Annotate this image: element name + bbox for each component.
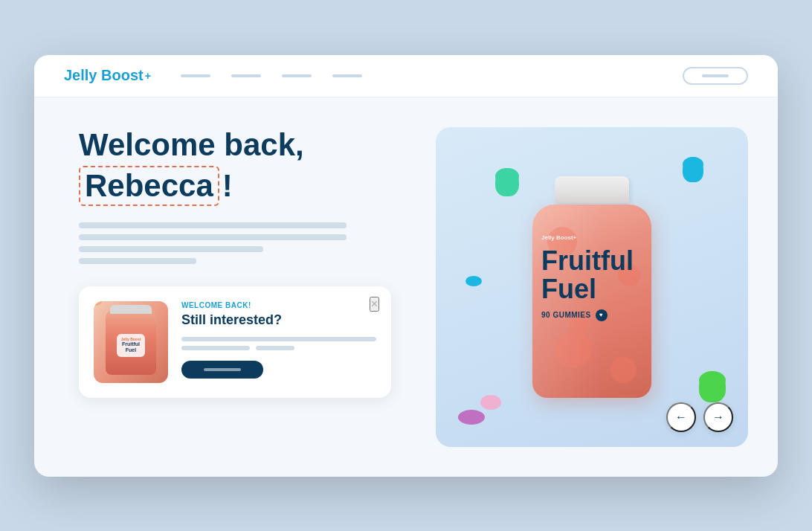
gummy-dot-1 bbox=[465, 276, 482, 286]
gummy-blob-2 bbox=[480, 395, 501, 410]
welcome-name: Rebecca bbox=[79, 166, 219, 206]
logo-text: Jelly Boost bbox=[64, 67, 144, 84]
navbar: Jelly Boost+ bbox=[34, 55, 778, 97]
popup-product-image: Jelly Boost FruitfulFuel bbox=[94, 301, 168, 383]
text-line-2 bbox=[79, 234, 347, 240]
bottle-product-name: FruitfulFuel bbox=[541, 247, 642, 303]
left-section: Welcome back, Rebecca ! × bbox=[79, 127, 413, 399]
nav-link-2[interactable] bbox=[231, 74, 261, 77]
gummy-bear-2 bbox=[683, 157, 703, 182]
popup-cta-button[interactable] bbox=[181, 361, 263, 379]
can-splash bbox=[94, 301, 103, 306]
gummy-bear-1 bbox=[495, 168, 519, 196]
bottle-brand-text: Jelly Boost+ bbox=[541, 234, 642, 245]
bottle-label: Jelly Boost+ FruitfulFuel 90 GUMMIES ♥ bbox=[541, 234, 642, 321]
nav-link-1[interactable] bbox=[181, 74, 210, 77]
popup-tag: WELCOME BACK! bbox=[181, 301, 376, 309]
logo-plus: + bbox=[145, 70, 151, 82]
gummy-blob-1 bbox=[458, 410, 485, 425]
can-top bbox=[110, 305, 152, 314]
bottle-cap bbox=[555, 176, 629, 203]
popup-btn-bar bbox=[204, 368, 241, 371]
nav-menu-button[interactable] bbox=[683, 67, 748, 85]
popup-desc-line-1 bbox=[181, 337, 376, 341]
text-line-3 bbox=[79, 246, 263, 252]
hero-navigation: ← → bbox=[666, 402, 733, 432]
popup-close-button[interactable]: × bbox=[370, 297, 379, 312]
welcome-exclaim: ! bbox=[222, 168, 233, 204]
description-lines bbox=[79, 222, 413, 264]
popup-desc-line-2 bbox=[181, 346, 250, 350]
nav-links bbox=[181, 74, 653, 77]
bottle-body: Jelly Boost+ FruitfulFuel 90 GUMMIES ♥ bbox=[532, 205, 651, 398]
can-brand-text: Jelly Boost bbox=[121, 337, 141, 341]
can-label: Jelly Boost FruitfulFuel bbox=[117, 334, 146, 357]
welcome-heading: Welcome back, Rebecca ! bbox=[79, 127, 413, 207]
bottle-count: 90 GUMMIES ♥ bbox=[541, 309, 642, 321]
main-content: Welcome back, Rebecca ! × bbox=[34, 97, 778, 477]
gummy-bear-3 bbox=[699, 371, 726, 402]
can-product-name: FruitfulFuel bbox=[121, 341, 141, 354]
browser-window: Jelly Boost+ Welcome back, Rebecca ! bbox=[34, 55, 778, 477]
text-line-4 bbox=[79, 258, 196, 264]
logo[interactable]: Jelly Boost+ bbox=[64, 67, 151, 84]
product-bottle: Jelly Boost+ FruitfulFuel 90 GUMMIES ♥ bbox=[532, 176, 651, 398]
popup-card: × Jelly Boost FruitfulFuel WELCOME BACK!… bbox=[79, 286, 391, 398]
nav-btn-bar bbox=[702, 74, 729, 77]
popup-title: Still interested? bbox=[181, 312, 376, 328]
welcome-line1: Welcome back, bbox=[79, 127, 413, 163]
nav-link-3[interactable] bbox=[282, 74, 312, 77]
bottle-heart-icon: ♥ bbox=[596, 309, 608, 321]
popup-desc-lines bbox=[181, 337, 376, 350]
can-body: Jelly Boost FruitfulFuel bbox=[106, 309, 156, 375]
bottle-bubble-3 bbox=[555, 331, 592, 368]
nav-link-4[interactable] bbox=[332, 74, 362, 77]
bottle-bubble-4 bbox=[610, 357, 637, 383]
popup-desc-line-3 bbox=[256, 346, 294, 350]
text-line-1 bbox=[79, 222, 347, 228]
hero-prev-button[interactable]: ← bbox=[666, 402, 696, 432]
hero-next-button[interactable]: → bbox=[703, 402, 733, 432]
hero-section: Jelly Boost+ FruitfulFuel 90 GUMMIES ♥ ← bbox=[436, 127, 748, 447]
popup-info: WELCOME BACK! Still interested? bbox=[181, 301, 376, 379]
